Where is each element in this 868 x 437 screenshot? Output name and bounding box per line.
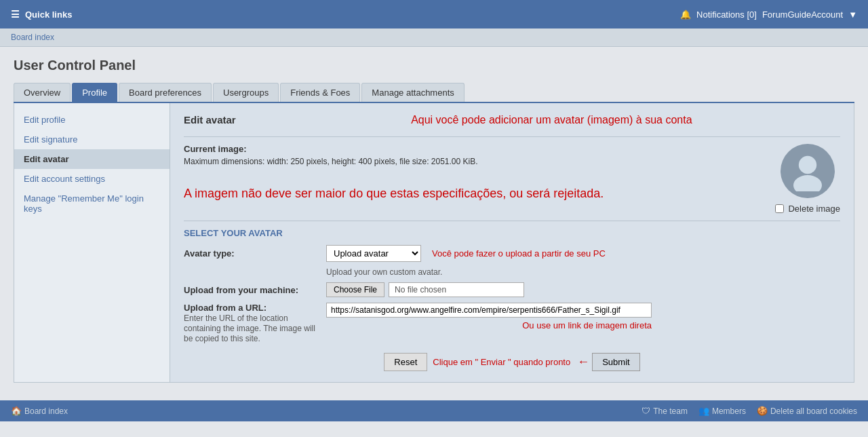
select-avatar-title: SELECT YOUR AVATAR bbox=[184, 228, 840, 238]
footer-board-index[interactable]: Board index bbox=[24, 406, 68, 416]
svg-point-1 bbox=[793, 175, 822, 191]
sidebar: Edit profile Edit signature Edit avatar … bbox=[14, 103, 170, 382]
delete-image-label: Delete image bbox=[788, 204, 840, 214]
sidebar-item-manage-remember-me[interactable]: Manage "Remember Me" login keys bbox=[14, 189, 170, 218]
svg-point-0 bbox=[799, 156, 816, 174]
current-image-dims: Maximum dimensions: width: 250 pixels, h… bbox=[184, 157, 762, 166]
current-image-section: Current image: Maximum dimensions: width… bbox=[184, 144, 840, 214]
upload-url-row: Upload from a URL: Enter the URL of the … bbox=[184, 303, 840, 343]
sidebar-item-edit-signature[interactable]: Edit signature bbox=[14, 130, 170, 149]
quick-links-label: Quick links bbox=[25, 10, 72, 20]
avatar-type-label: Avatar type: bbox=[184, 248, 326, 259]
tab-profile[interactable]: Profile bbox=[72, 83, 117, 102]
footer-team: 🛡 The team bbox=[642, 406, 688, 416]
annotation-top: Aqui você pode adicionar um avatar (imag… bbox=[236, 114, 840, 126]
footer-team-link[interactable]: The team bbox=[653, 406, 688, 416]
account-label[interactable]: ForumGuideAccount bbox=[762, 10, 843, 20]
upload-machine-label: Upload from your machine: bbox=[184, 285, 326, 295]
tabs-bar: Overview Profile Board preferences Userg… bbox=[14, 83, 854, 103]
url-input-wrapper: Ou use um link de imagem direta bbox=[326, 303, 652, 330]
arrow-submit-icon: ← bbox=[577, 355, 589, 369]
url-input[interactable] bbox=[326, 303, 652, 318]
content-area: Edit avatar Aqui você pode adicionar um … bbox=[170, 103, 854, 382]
avatar-type-select[interactable]: Upload avatar Link off-site avatar No av… bbox=[326, 245, 421, 262]
footer-team-icon: 🛡 bbox=[642, 406, 650, 416]
annotation-upload: Você pode fazer o upload a partir de seu… bbox=[432, 248, 606, 259]
annotation-link: Ou use um link de imagem direta bbox=[326, 320, 652, 330]
menu-icon: ☰ bbox=[11, 9, 20, 20]
tab-usergroups[interactable]: Usergroups bbox=[213, 83, 279, 102]
footer-home-icon: 🏠 bbox=[11, 406, 22, 416]
tab-friends-foes[interactable]: Friends & Foes bbox=[280, 83, 360, 102]
sidebar-item-edit-account-settings[interactable]: Edit account settings bbox=[14, 169, 170, 189]
footer-members: 👥 Members bbox=[698, 406, 746, 416]
upload-url-label: Upload from a URL: Enter the URL of the … bbox=[184, 303, 326, 343]
upload-note: Upload your own custom avatar. bbox=[184, 267, 840, 277]
upload-url-note: Enter the URL of the location containing… bbox=[184, 314, 315, 343]
account-dropdown-icon[interactable]: ▼ bbox=[848, 10, 857, 20]
footer-cookies-icon: 🍪 bbox=[757, 406, 768, 416]
reset-button[interactable]: Reset bbox=[384, 353, 427, 371]
annotation-submit: Clique em " Enviar " quando pronto bbox=[433, 357, 570, 367]
avatar-type-row: Avatar type: Upload avatar Link off-site… bbox=[184, 245, 840, 262]
footer-members-icon: 👥 bbox=[698, 406, 709, 416]
avatar-type-control: Upload avatar Link off-site avatar No av… bbox=[326, 245, 606, 262]
content-title: Edit avatar bbox=[184, 114, 236, 130]
choose-file-button[interactable]: Choose File bbox=[326, 282, 384, 297]
footer-members-link[interactable]: Members bbox=[712, 406, 746, 416]
current-image-label: Current image: bbox=[184, 144, 762, 154]
footer: 🏠 Board index 🛡 The team 👥 Members 🍪 Del… bbox=[0, 400, 868, 421]
page-content: User Control Panel Overview Profile Boar… bbox=[0, 47, 868, 394]
current-image-info: Current image: Maximum dimensions: width… bbox=[184, 144, 762, 214]
delete-image-checkbox[interactable] bbox=[775, 204, 784, 213]
upload-machine-row: Upload from your machine: Choose File No… bbox=[184, 282, 840, 297]
submit-button[interactable]: Submit bbox=[592, 353, 639, 371]
breadcrumb-board-index[interactable]: Board index bbox=[11, 33, 54, 42]
buttons-row: Reset Clique em " Enviar " quando pronto… bbox=[184, 353, 840, 371]
tab-manage-attachments[interactable]: Manage attachments bbox=[361, 83, 464, 102]
notifications-label[interactable]: Notifications [0] bbox=[696, 10, 757, 20]
tab-overview[interactable]: Overview bbox=[14, 83, 71, 102]
footer-delete-cookies: 🍪 Delete all board cookies bbox=[757, 406, 857, 416]
footer-right: 🛡 The team 👥 Members 🍪 Delete all board … bbox=[642, 406, 857, 416]
top-navigation: ☰ Quick links 🔔 Notifications [0] ForumG… bbox=[0, 0, 868, 28]
top-nav-right: 🔔 Notifications [0] ForumGuideAccount ▼ bbox=[680, 10, 857, 20]
no-file-text: No file chosen bbox=[389, 282, 524, 297]
sidebar-item-edit-avatar[interactable]: Edit avatar bbox=[14, 149, 170, 169]
sidebar-item-edit-profile[interactable]: Edit profile bbox=[14, 110, 170, 130]
page-title: User Control Panel bbox=[14, 58, 854, 73]
tab-board-preferences[interactable]: Board preferences bbox=[119, 83, 212, 102]
avatar-placeholder bbox=[781, 144, 835, 198]
quick-links[interactable]: ☰ Quick links bbox=[11, 9, 72, 20]
breadcrumb: Board index bbox=[0, 28, 868, 47]
file-input-wrapper: Choose File No file chosen bbox=[326, 282, 524, 297]
annotation-mid: A imagem não deve ser maior do que estas… bbox=[184, 187, 762, 201]
notification-bell-icon: 🔔 bbox=[680, 10, 691, 20]
main-panel: Edit profile Edit signature Edit avatar … bbox=[14, 103, 854, 383]
submit-wrap: Clique em " Enviar " quando pronto ← Sub… bbox=[433, 353, 639, 371]
delete-image-row: Delete image bbox=[775, 204, 840, 214]
footer-left: 🏠 Board index bbox=[11, 406, 68, 416]
footer-delete-cookies-link[interactable]: Delete all board cookies bbox=[770, 406, 857, 416]
